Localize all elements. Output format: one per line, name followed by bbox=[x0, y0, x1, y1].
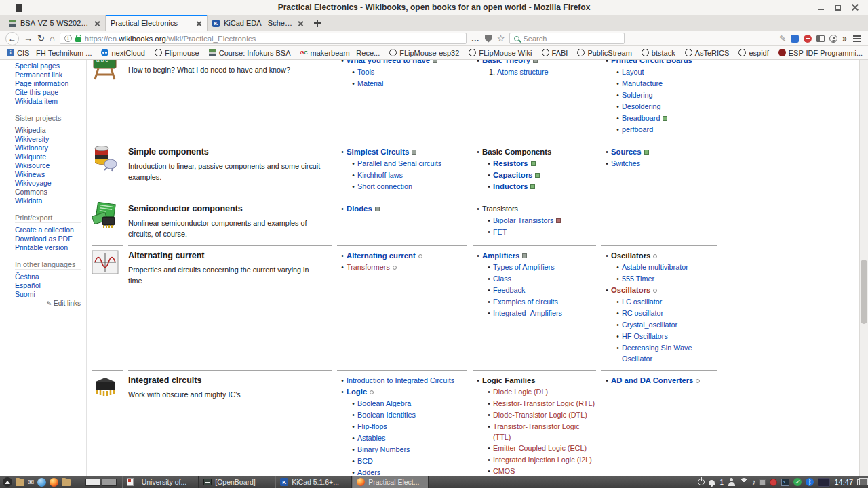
wiki-link-integrated-injection-logic-i2l[interactable]: Integrated Injection Logic (I2L) bbox=[493, 454, 592, 465]
bookmark-course-infokurs-bsa[interactable]: Course: Infokurs BSA bbox=[209, 49, 291, 57]
shield-icon[interactable] bbox=[485, 35, 492, 43]
sidebar-item-create-a-collection[interactable]: Create a collection bbox=[15, 226, 81, 235]
screenshot-pen-icon[interactable]: ✎ bbox=[779, 34, 786, 43]
bt-icon[interactable]: ᛒ bbox=[806, 478, 814, 486]
sidebar-item-special-pages[interactable]: Special pages bbox=[15, 62, 81, 70]
note-icon[interactable]: ♪ bbox=[752, 478, 756, 486]
bookmark-esp-idf-programmi[interactable]: ESP-IDF Programmi... bbox=[778, 49, 863, 57]
mail-launcher-icon[interactable]: ✉ bbox=[28, 478, 34, 487]
forward-button[interactable]: → bbox=[24, 34, 33, 43]
sidebar-item-wikidata[interactable]: Wikidata bbox=[15, 197, 81, 205]
wiki-link-cmos[interactable]: CMOS bbox=[493, 466, 515, 476]
sidebar-item-e-tina[interactable]: Čeština bbox=[15, 272, 81, 281]
sidebar-item-permanent-link[interactable]: Permanent link bbox=[15, 70, 81, 79]
scrollbar-thumb[interactable] bbox=[861, 260, 867, 324]
wiki-link-resistor-transistor-logic-rtl[interactable]: Resistor-Transistor Logic (RTL) bbox=[493, 398, 595, 409]
scrollbar[interactable] bbox=[859, 60, 868, 476]
sidebar-item-wikivoyage[interactable]: Wikivoyage bbox=[15, 179, 81, 188]
new-tab-button[interactable] bbox=[309, 15, 326, 31]
sidebar-item-wikinews[interactable]: Wikinews bbox=[15, 170, 81, 179]
close-button[interactable] bbox=[852, 4, 859, 11]
wiki-link-resistors[interactable]: Resistors bbox=[493, 158, 528, 169]
bookmark-asterics[interactable]: AsTeRICS bbox=[685, 49, 730, 57]
wiki-link-lc-oscillator[interactable]: LC oscillator bbox=[622, 296, 662, 307]
wiki-link-parallel-and-serial-circuits[interactable]: Parallel and Serial circuits bbox=[357, 158, 441, 169]
tab-close-icon[interactable] bbox=[94, 20, 100, 26]
wiki-link-boolean-identities[interactable]: Boolean Identities bbox=[357, 409, 416, 420]
wiki-link-examples-of-circuits[interactable]: Examples of circuits bbox=[493, 296, 558, 307]
extension-blue-icon[interactable] bbox=[791, 35, 799, 43]
wiki-link-breadboard[interactable]: Breadboard bbox=[622, 113, 660, 123]
wiki-link-capacitors[interactable]: Capacitors bbox=[493, 169, 532, 180]
wiki-link-decreasing-sin-wave-oscillator[interactable]: Decreasing Sin Wave Oscillator bbox=[622, 342, 717, 364]
bookmark-flipmouse-wiki[interactable]: FLipMouse Wiki bbox=[469, 49, 532, 57]
wiki-link-perfboard[interactable]: perfboard bbox=[622, 124, 653, 135]
sidebar-item-page-information[interactable]: Page information bbox=[15, 79, 81, 88]
sidebar-toggle-icon[interactable] bbox=[816, 35, 825, 42]
overflow-chevron-icon[interactable]: » bbox=[842, 34, 847, 43]
site-info-icon[interactable]: i bbox=[64, 35, 72, 42]
https-lock-icon[interactable] bbox=[75, 37, 81, 42]
home-button[interactable]: ⌂ bbox=[50, 34, 55, 43]
adblock-icon[interactable] bbox=[804, 35, 812, 43]
bookmark-btstack[interactable]: btstack bbox=[642, 49, 675, 57]
chip-icon[interactable] bbox=[760, 479, 766, 485]
windows-icon[interactable] bbox=[857, 479, 865, 485]
bookmark-espidf[interactable]: espidf bbox=[738, 49, 768, 57]
tab-close-icon[interactable] bbox=[196, 20, 202, 26]
bookmark-cis-fh-technikum[interactable]: iCIS - FH Technikum ... bbox=[7, 49, 92, 57]
wiki-link-types-of-amplifiers[interactable]: Types of Amplifiers bbox=[493, 262, 555, 272]
wifi-icon[interactable] bbox=[740, 478, 748, 486]
reload-button[interactable]: ↻ bbox=[37, 34, 45, 43]
edit-links[interactable]: ✎Edit links bbox=[15, 300, 81, 307]
wiki-link-atoms-structure[interactable]: Atoms structure bbox=[497, 66, 549, 77]
bookmark-publicstream[interactable]: PublicStream bbox=[577, 49, 631, 57]
wiki-link-introduction-to-integrated-circuits[interactable]: Introduction to Integrated Circuits bbox=[347, 375, 454, 386]
wiki-link-switches[interactable]: Switches bbox=[611, 158, 640, 169]
apps-launcher-icon[interactable] bbox=[3, 477, 12, 487]
wiki-link-adders[interactable]: Adders bbox=[357, 467, 380, 476]
wiki-link-transistors[interactable]: Transistors bbox=[482, 203, 518, 214]
sidebar-item-suomi[interactable]: Suomi bbox=[15, 290, 81, 299]
wiki-link-soldering[interactable]: Soldering bbox=[622, 89, 653, 100]
wiki-link-logic-families[interactable]: Logic Families bbox=[482, 375, 535, 386]
tab-practical-electronics[interactable]: Practical Electronics - bbox=[106, 15, 208, 31]
wiki-link-flip-flops[interactable]: Flip-flops bbox=[357, 421, 387, 432]
wiki-link-diode-logic-dl[interactable]: Diode Logic (DL) bbox=[493, 386, 548, 397]
wiki-link-diodes[interactable]: Diodes bbox=[347, 203, 372, 214]
wiki-link-rc-oscillator[interactable]: RC oscillator bbox=[622, 308, 663, 319]
tab-close-icon[interactable] bbox=[298, 20, 304, 26]
bookmark-flipmouse[interactable]: Flipmouse bbox=[155, 49, 199, 57]
sidebar-item-printable-version[interactable]: Printable version bbox=[15, 243, 81, 252]
wiki-link-logic[interactable]: Logic bbox=[347, 386, 367, 397]
vault-icon[interactable] bbox=[818, 478, 830, 487]
wiki-link-manufacture[interactable]: Manufacture bbox=[622, 78, 663, 89]
power-icon[interactable] bbox=[698, 479, 705, 485]
wiki-link-feedback[interactable]: Feedback bbox=[493, 285, 525, 296]
sidebar-item-cite-this-page[interactable]: Cite this page bbox=[15, 88, 81, 97]
wiki-link-555-timer[interactable]: 555 Timer bbox=[622, 273, 654, 284]
wiki-link-diode-transistor-logic-dtl[interactable]: Diode-Transistor Logic (DTL) bbox=[493, 409, 587, 420]
bookmark-star-icon[interactable]: ☆ bbox=[497, 33, 505, 43]
account-icon[interactable] bbox=[829, 35, 837, 43]
wiki-link-desoldering[interactable]: Desoldering bbox=[622, 101, 661, 112]
wiki-link-short-connection[interactable]: Short connection bbox=[357, 181, 412, 192]
menu-hamburger-icon[interactable] bbox=[853, 38, 861, 39]
sidebar-item-wikisource[interactable]: Wikisource bbox=[15, 161, 81, 170]
wiki-link-sources[interactable]: Sources bbox=[611, 146, 642, 157]
task-practical-elect[interactable]: Practical Elect... bbox=[352, 476, 429, 488]
wiki-link-kirchhoff-laws[interactable]: Kirchhoff laws bbox=[357, 169, 403, 180]
user-icon[interactable] bbox=[728, 478, 736, 486]
sidebar-item-download-as-pdf[interactable]: Download as PDF bbox=[15, 235, 81, 243]
wiki-link-transistor-transistor-logic-ttl[interactable]: Transistor-Transistor Logic (TTL) bbox=[493, 421, 596, 443]
wiki-link-bcd[interactable]: BCD bbox=[357, 455, 373, 466]
tab-kicad-eda-schemati[interactable]: KKiCad EDA - Schemati bbox=[208, 15, 309, 31]
sidebar-item-wikipedia[interactable]: Wikipedia bbox=[15, 126, 81, 135]
wiki-link-basic-components[interactable]: Basic Components bbox=[482, 146, 551, 157]
folder-launcher-icon[interactable] bbox=[16, 479, 24, 486]
search-input[interactable]: Search bbox=[509, 33, 625, 44]
wiki-link-fet[interactable]: FET bbox=[493, 226, 507, 237]
wiki-link-ad-and-da-converters[interactable]: AD and DA Converters bbox=[611, 375, 693, 386]
bookmark-flipmouse-esp32[interactable]: FLipMouse-esp32 bbox=[389, 49, 459, 57]
bell-icon[interactable] bbox=[709, 480, 715, 485]
